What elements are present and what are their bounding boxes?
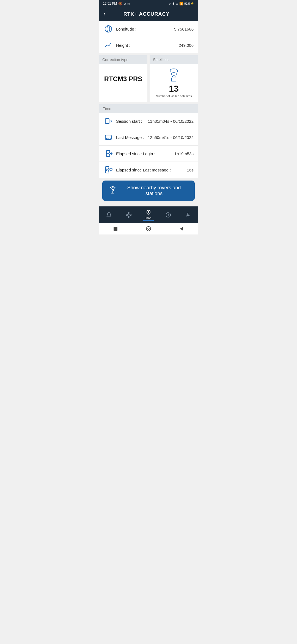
bottom-navigation: Map bbox=[99, 206, 198, 223]
correction-type-body: RTCM3 PRS bbox=[99, 64, 147, 92]
status-time: 12:51 PM 🔕 ⊙ ◎ bbox=[103, 2, 130, 6]
satellites-body: 13 Number of visible satellites bbox=[150, 64, 198, 102]
svg-rect-14 bbox=[130, 214, 131, 215]
last-message-label: Last Message : bbox=[116, 135, 148, 140]
location-icon: ⊙ bbox=[124, 2, 126, 5]
last-message-value: 12h50m41s - 06/10/2022 bbox=[148, 135, 194, 140]
nearby-button-label: Show nearby rovers and stations bbox=[120, 185, 188, 197]
satellite-count-label: Number of visible satellites bbox=[156, 94, 192, 98]
status-icons: ➶ ✱ ⊟ 📶 91%⚡ bbox=[169, 2, 194, 6]
chart-up-icon bbox=[103, 41, 113, 49]
hourglass-message-icon bbox=[103, 166, 113, 174]
svg-rect-3 bbox=[105, 119, 109, 124]
back-button[interactable]: ‹ bbox=[103, 10, 105, 18]
nav-history[interactable] bbox=[163, 211, 174, 219]
nav-profile[interactable] bbox=[183, 211, 193, 219]
svg-point-24 bbox=[146, 227, 151, 231]
nav-map-label: Map bbox=[145, 216, 151, 220]
status-bar: 12:51 PM 🔕 ⊙ ◎ ➶ ✱ ⊟ 📶 91%⚡ bbox=[99, 0, 198, 7]
svg-rect-13 bbox=[126, 214, 128, 215]
dnd-icon: ◎ bbox=[127, 2, 130, 5]
sys-stop-button[interactable] bbox=[112, 226, 119, 232]
satellite-count: 13 bbox=[169, 84, 179, 94]
elapsed-login-value: 1h19m53s bbox=[174, 151, 194, 156]
time-card: Time Session start : 11h31m04s - 06/10/2… bbox=[99, 104, 198, 178]
location-card: Longitude : 5.7561666 Height : 249.006 bbox=[99, 21, 198, 53]
elapsed-login-label: Elapsed since Login : bbox=[116, 151, 174, 156]
battery-display: 91%⚡ bbox=[184, 2, 194, 6]
correction-type-card: Correction type RTCM3 PRS bbox=[99, 55, 147, 102]
satellites-header: Satellites bbox=[150, 55, 198, 64]
correction-type-header: Correction type bbox=[99, 55, 147, 64]
svg-rect-15 bbox=[128, 212, 129, 214]
elapsed-message-label: Elapsed since Last message : bbox=[116, 168, 187, 172]
system-navigation bbox=[99, 223, 198, 234]
gps-icon: ➶ bbox=[169, 2, 171, 6]
svg-point-20 bbox=[148, 211, 149, 213]
svg-point-25 bbox=[148, 228, 149, 230]
hourglass-arrow-icon bbox=[103, 149, 113, 158]
show-nearby-button[interactable]: Show nearby rovers and stations bbox=[102, 181, 195, 201]
correction-type-value: RTCM3 PRS bbox=[104, 75, 142, 83]
message-icon bbox=[103, 133, 113, 141]
longitude-value: 5.7561666 bbox=[174, 27, 194, 31]
longitude-label: Longitude : bbox=[116, 27, 174, 31]
sys-home-button[interactable] bbox=[145, 226, 152, 232]
main-content: Longitude : 5.7561666 Height : 249.006 C… bbox=[99, 21, 198, 206]
svg-marker-26 bbox=[180, 227, 183, 231]
elapsed-login-row: Elapsed since Login : 1h19m53s bbox=[99, 146, 198, 162]
correction-satellites-section: Correction type RTCM3 PRS Satellites 13 … bbox=[99, 55, 198, 102]
svg-point-9 bbox=[112, 189, 114, 191]
nav-alerts[interactable] bbox=[104, 211, 114, 219]
wifi-icon: 📶 bbox=[179, 2, 183, 6]
mute-icon: 🔕 bbox=[118, 2, 122, 6]
svg-rect-16 bbox=[128, 217, 129, 218]
session-start-label: Session start : bbox=[116, 119, 148, 124]
height-label: Height : bbox=[116, 43, 179, 48]
nav-network[interactable] bbox=[123, 211, 134, 219]
session-start-value: 11h31m04s - 06/10/2022 bbox=[148, 119, 194, 124]
svg-rect-7 bbox=[110, 168, 112, 170]
sys-back-button[interactable] bbox=[178, 226, 185, 232]
svg-rect-23 bbox=[114, 227, 117, 231]
longitude-row: Longitude : 5.7561666 bbox=[99, 21, 198, 37]
time-display: 12:51 PM bbox=[103, 2, 117, 6]
page-title: RTK+ ACCURACY bbox=[108, 11, 185, 17]
elapsed-message-value: 16s bbox=[187, 168, 194, 172]
login-icon bbox=[103, 117, 113, 125]
elapsed-message-row: Elapsed since Last message : 16s bbox=[99, 162, 198, 178]
height-row: Height : 249.006 bbox=[99, 37, 198, 53]
height-value: 249.006 bbox=[179, 43, 194, 48]
battery-saver-icon: ⊟ bbox=[176, 2, 178, 6]
satellites-card: Satellites 13 Number of visible satellit… bbox=[150, 55, 198, 102]
nav-map[interactable]: Map bbox=[143, 209, 154, 221]
nearby-tower-icon bbox=[109, 186, 117, 195]
satellite-signal-icon bbox=[170, 69, 178, 81]
last-message-row: Last Message : 12h50m41s - 06/10/2022 bbox=[99, 129, 198, 146]
svg-point-22 bbox=[187, 213, 189, 215]
app-header: ‹ RTK+ ACCURACY bbox=[99, 7, 198, 21]
bluetooth-icon: ✱ bbox=[172, 2, 175, 6]
battery-percent: 91 bbox=[184, 2, 188, 5]
globe-icon bbox=[103, 25, 113, 33]
session-start-row: Session start : 11h31m04s - 06/10/2022 bbox=[99, 113, 198, 129]
time-section-header: Time bbox=[99, 104, 198, 113]
